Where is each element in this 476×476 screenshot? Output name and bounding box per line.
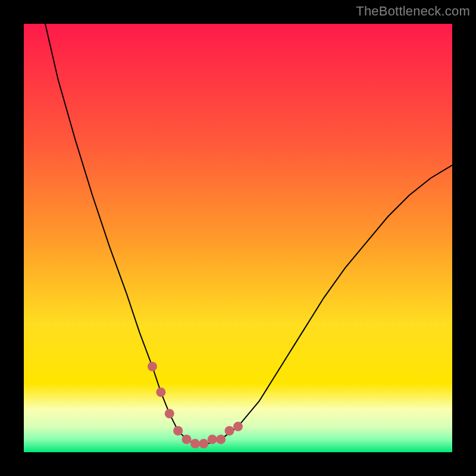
marker-dot <box>225 426 234 436</box>
chart-svg <box>24 24 452 452</box>
marker-dot <box>216 434 226 444</box>
marker-dot <box>182 434 192 444</box>
marker-dot <box>208 434 217 444</box>
marker-dot <box>148 362 157 371</box>
plot-area <box>24 24 452 452</box>
watermark-text: TheBottleneck.com <box>356 4 470 19</box>
marker-dot <box>190 439 200 449</box>
marker-dot <box>173 426 183 436</box>
marker-dot <box>233 422 243 431</box>
bottleneck-curve <box>45 24 452 444</box>
marker-dot <box>199 439 208 449</box>
marker-dot <box>156 387 165 397</box>
marker-dot <box>165 409 174 418</box>
highlight-markers <box>148 362 243 449</box>
